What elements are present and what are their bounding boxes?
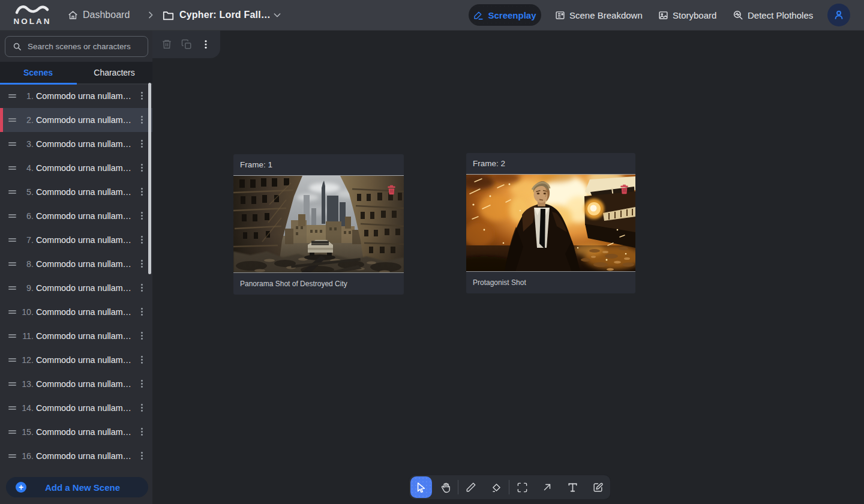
svg-text:NOLAN: NOLAN: [14, 17, 52, 26]
